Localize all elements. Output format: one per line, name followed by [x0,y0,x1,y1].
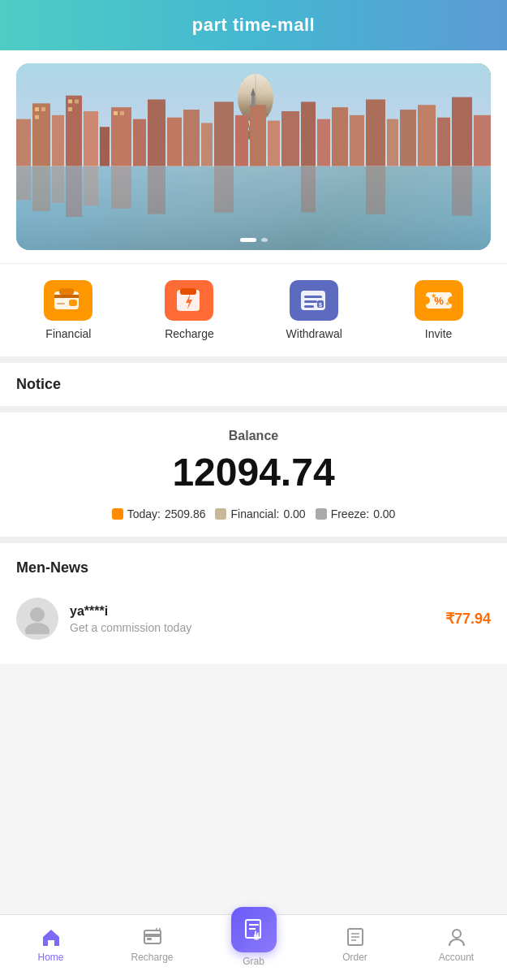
svg-text:$: $ [319,302,322,309]
svg-rect-37 [35,107,39,111]
men-news-section: Men-News ya****i Get a commission today … [0,537,507,664]
nav-grab-label: Grab [243,956,264,967]
svg-rect-10 [32,103,50,166]
home-icon [40,926,62,948]
nav-account[interactable]: Account [428,926,485,963]
recharge-icon [165,280,213,321]
bottom-nav: Home Recharge Gr [0,914,507,980]
svg-rect-60 [69,300,77,306]
city-skyline [16,88,491,166]
balance-amount: 12094.74 [16,450,491,494]
withdrawal-label: Withdrawal [286,327,342,340]
svg-rect-36 [474,115,491,166]
notice-section: Notice [0,356,507,406]
menu-item-financial[interactable]: Financial [44,280,92,340]
svg-rect-18 [167,118,182,166]
today-dot-indicator [112,508,123,520]
balance-financial: Financial: 0.00 [215,507,305,520]
svg-rect-16 [133,119,146,166]
news-desc: Get a commission today [70,621,434,634]
svg-rect-47 [16,166,31,200]
svg-rect-40 [68,99,72,103]
freeze-label: Freeze: [331,507,369,520]
nav-recharge-label: Recharge [131,952,173,963]
nav-home[interactable]: Home [23,926,79,963]
svg-rect-54 [214,166,234,213]
banner-dots [240,238,268,242]
svg-rect-56 [366,166,385,214]
svg-rect-68 [304,300,317,303]
nav-account-label: Account [439,952,474,963]
balance-section: Balance 12094.74 Today: 2509.86 Financia… [0,406,507,537]
men-news-title: Men-News [16,559,491,576]
balance-label: Balance [16,429,491,443]
svg-point-78 [30,607,45,622]
svg-rect-20 [201,123,213,166]
nav-home-label: Home [37,952,63,963]
svg-rect-35 [452,97,472,166]
nav-order-label: Order [342,952,367,963]
svg-rect-50 [66,166,82,217]
freeze-value: 0.00 [373,507,395,520]
svg-rect-32 [400,110,416,166]
svg-rect-34 [437,118,450,166]
menu-item-invite[interactable]: % ★ ★ Invite [415,280,463,340]
banner-dot-active[interactable] [240,238,256,242]
banner-image[interactable] [16,63,491,250]
financial-dot-indicator [215,508,226,520]
svg-text:★: ★ [445,301,449,306]
banner-section [0,50,507,263]
svg-rect-81 [144,934,161,937]
balance-today: Today: 2509.86 [112,507,206,520]
menu-item-recharge[interactable]: Recharge [165,280,214,340]
grab-button[interactable] [231,907,277,952]
svg-rect-53 [148,166,165,214]
svg-rect-69 [304,305,314,308]
svg-rect-14 [100,127,110,166]
financial-icon [44,280,92,321]
news-username: ya****i [70,604,434,619]
svg-rect-51 [84,166,98,205]
svg-rect-57 [452,166,472,216]
svg-rect-48 [32,166,50,211]
svg-rect-13 [84,111,98,166]
menu-item-withdrawal[interactable]: $ Withdrawal [286,280,342,340]
svg-rect-22 [235,115,248,166]
nav-grab[interactable]: Grab [226,922,282,967]
app-title: part time-mall [192,15,315,35]
svg-rect-41 [75,99,79,103]
banner-dot-inactive[interactable] [261,238,268,242]
svg-rect-31 [387,119,398,166]
svg-rect-21 [214,101,234,166]
financial-label: Financial [45,327,91,340]
svg-point-79 [25,623,49,634]
nav-recharge[interactable]: Recharge [124,926,181,963]
financial-bal-value: 0.00 [283,507,305,520]
svg-rect-67 [304,296,322,298]
balance-freeze: Freeze: 0.00 [316,507,396,520]
user-avatar [16,598,58,640]
app-header: part time-mall [0,0,507,50]
svg-rect-38 [41,107,45,111]
quick-menu: Financial Recharge [0,263,507,356]
svg-rect-29 [350,115,364,166]
svg-rect-27 [317,119,330,166]
svg-rect-49 [52,166,64,203]
order-icon [344,926,367,948]
svg-rect-17 [148,99,165,166]
svg-rect-43 [114,111,118,115]
account-icon [445,926,468,948]
news-info: ya****i Get a commission today [70,604,434,634]
svg-rect-26 [301,101,316,166]
withdrawal-icon: $ [290,280,338,321]
svg-rect-23 [250,105,266,166]
nav-order[interactable]: Order [327,926,384,963]
notice-title: Notice [16,376,61,392]
balance-details: Today: 2509.86 Financial: 0.00 Freeze: 0… [16,507,491,520]
svg-rect-39 [35,115,39,119]
svg-rect-30 [366,99,385,166]
news-amount: ₹77.94 [445,610,491,628]
svg-rect-15 [111,107,131,166]
svg-rect-52 [111,166,131,209]
today-label: Today: [127,507,161,520]
